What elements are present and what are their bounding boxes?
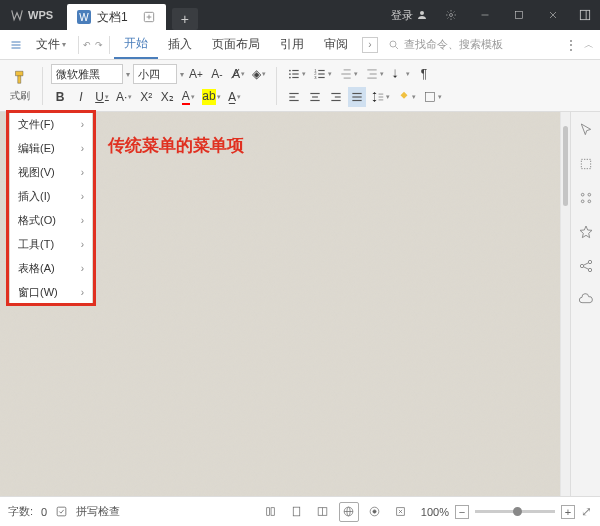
zoom-out-button[interactable]: − (455, 505, 469, 519)
document-tab-row: W 文档1 + (63, 0, 385, 30)
subscript-button[interactable]: X₂ (158, 87, 176, 107)
tab-review[interactable]: 审阅 (314, 30, 358, 59)
menu-item-tools[interactable]: 工具(T) (10, 232, 92, 256)
svg-line-13 (396, 46, 399, 49)
redo-icon[interactable]: ↷ (93, 40, 105, 50)
align-right-button[interactable] (327, 87, 345, 107)
pilcrow-button[interactable]: ¶ (415, 64, 433, 84)
star-icon[interactable] (578, 224, 594, 240)
tab-references[interactable]: 引用 (270, 30, 314, 59)
select-icon[interactable] (578, 156, 594, 172)
svg-rect-4 (516, 12, 523, 19)
menu-item-table[interactable]: 表格(A) (10, 256, 92, 280)
right-sidebar (570, 112, 600, 496)
expand-icon[interactable]: ⤢ (581, 504, 592, 519)
view-outline-icon[interactable] (261, 502, 281, 522)
fit-page-icon[interactable] (391, 502, 411, 522)
chevron-up-icon[interactable]: ︿ (584, 38, 594, 52)
sort-button[interactable] (389, 64, 412, 84)
format-painter[interactable]: 式刷 (6, 67, 34, 105)
svg-point-52 (588, 200, 591, 203)
hamburger-menu[interactable] (6, 39, 26, 51)
highlight-button[interactable]: ab (200, 87, 222, 107)
strike-button[interactable]: A· (114, 87, 134, 107)
clear-format-icon[interactable]: A̸ (229, 64, 247, 84)
view-focus-icon[interactable] (365, 502, 385, 522)
settings-icon[interactable] (578, 190, 594, 206)
sidepanel-toggle-icon[interactable] (570, 8, 600, 22)
font-name-select[interactable]: 微软雅黑 (51, 64, 123, 84)
indent-decrease-button[interactable] (337, 64, 360, 84)
svg-rect-21 (318, 70, 324, 71)
svg-point-16 (289, 73, 291, 75)
svg-rect-47 (425, 92, 434, 101)
undo-icon[interactable]: ↶ (81, 40, 93, 50)
align-justify-button[interactable] (348, 87, 366, 107)
italic-button[interactable]: I (72, 87, 90, 107)
font-size-select[interactable]: 小四 (133, 64, 177, 84)
wordcount-value: 0 (41, 506, 47, 518)
font-grow-icon[interactable]: A+ (187, 64, 205, 84)
char-shading-button[interactable]: A̲ (226, 87, 244, 107)
vertical-scrollbar[interactable] (560, 112, 570, 496)
line-spacing-button[interactable] (369, 87, 392, 107)
font-shrink-icon[interactable]: A- (208, 64, 226, 84)
svg-rect-61 (294, 507, 301, 516)
tab-insert[interactable]: 插入 (158, 30, 202, 59)
menu-item-view[interactable]: 视图(V) (10, 160, 92, 184)
zoom-value[interactable]: 100% (421, 506, 449, 518)
app-name: WPS (28, 9, 53, 21)
share-icon[interactable] (578, 258, 594, 274)
indent-increase-button[interactable] (363, 64, 386, 84)
command-search[interactable]: 查找命令、搜索模板 (388, 37, 564, 52)
more-icon[interactable]: ⋮ (564, 37, 578, 53)
maximize-button[interactable] (502, 0, 536, 30)
settings-icon[interactable] (434, 0, 468, 30)
minimize-button[interactable] (468, 0, 502, 30)
svg-rect-48 (581, 159, 590, 168)
document-tab[interactable]: W 文档1 (67, 4, 166, 30)
font-color-button[interactable]: A (179, 87, 197, 107)
spellcheck-label[interactable]: 拼写检查 (76, 504, 120, 519)
cloud-icon[interactable] (578, 292, 594, 308)
new-tab-button[interactable]: + (172, 8, 198, 30)
superscript-button[interactable]: X² (137, 87, 155, 107)
tab-start[interactable]: 开始 (114, 30, 158, 59)
font-effects-icon[interactable]: ◈ (250, 64, 268, 84)
zoom-slider[interactable] (475, 510, 555, 513)
view-web-icon[interactable] (339, 502, 359, 522)
file-menu[interactable]: 文件 ▾ (26, 30, 76, 59)
tab-scroll-right[interactable]: › (362, 37, 378, 53)
borders-button[interactable] (421, 87, 444, 107)
titlebar: WPS W 文档1 + 登录 (0, 0, 600, 30)
menu-item-window[interactable]: 窗口(W) (10, 280, 92, 304)
svg-text:3: 3 (314, 75, 317, 80)
align-center-button[interactable] (306, 87, 324, 107)
underline-button[interactable]: U (93, 87, 111, 107)
svg-point-2 (450, 14, 453, 17)
statusbar: 字数: 0 拼写检查 100% − + ⤢ (0, 496, 600, 526)
svg-point-49 (581, 193, 584, 196)
view-read-icon[interactable] (313, 502, 333, 522)
zoom-in-button[interactable]: + (561, 505, 575, 519)
menubar-right: ⋮ ︿ (564, 37, 594, 53)
svg-rect-23 (318, 73, 324, 74)
menu-item-insert[interactable]: 插入(I) (10, 184, 92, 208)
cursor-icon[interactable] (578, 122, 594, 138)
login-button[interactable]: 登录 (385, 8, 434, 23)
align-left-button[interactable] (285, 87, 303, 107)
spellcheck-icon[interactable] (55, 505, 68, 518)
scroll-thumb[interactable] (563, 126, 568, 206)
tab-pagelayout[interactable]: 页面布局 (202, 30, 270, 59)
bold-button[interactable]: B (51, 87, 69, 107)
bullets-button[interactable] (285, 64, 308, 84)
menu-item-file[interactable]: 文件(F) (10, 112, 92, 136)
numbering-button[interactable]: 123 (311, 64, 334, 84)
tab-refresh-icon[interactable] (142, 10, 156, 24)
menu-item-edit[interactable]: 编辑(E) (10, 136, 92, 160)
menu-item-format[interactable]: 格式(O) (10, 208, 92, 232)
close-button[interactable] (536, 0, 570, 30)
view-page-icon[interactable] (287, 502, 307, 522)
zoom-thumb[interactable] (513, 507, 522, 516)
shading-button[interactable] (395, 87, 418, 107)
